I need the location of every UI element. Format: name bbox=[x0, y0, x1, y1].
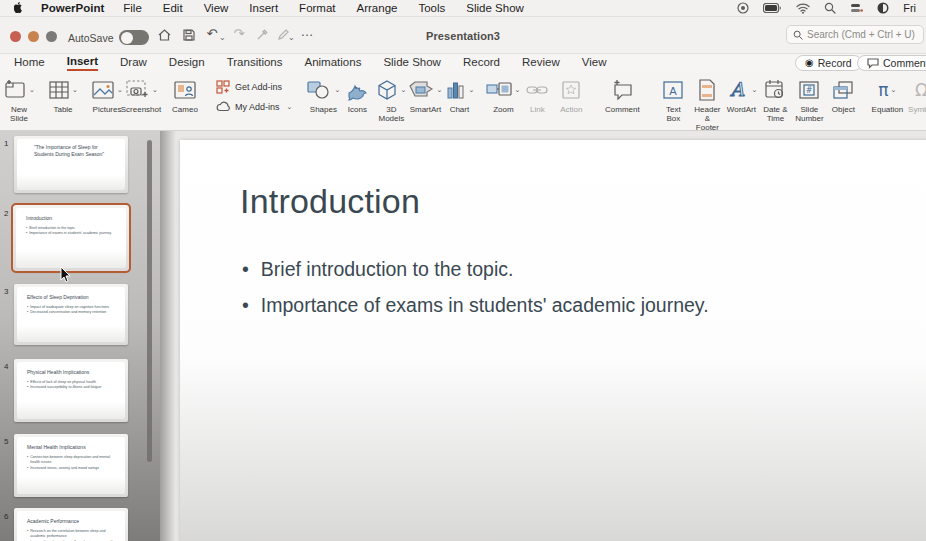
tab-draw[interactable]: Draw bbox=[120, 56, 147, 70]
header-footer-button[interactable]: Header & Footer bbox=[692, 77, 722, 133]
slide-editor[interactable]: Introduction •Brief introduction to the … bbox=[180, 140, 926, 541]
screen-record-status-icon[interactable] bbox=[737, 2, 749, 14]
slide-thumbnail-3[interactable]: Effects of Sleep Deprivation •Impact of … bbox=[14, 284, 128, 345]
menu-arrange[interactable]: Arrange bbox=[357, 2, 398, 14]
equation-pi-icon: π bbox=[878, 82, 888, 99]
table-button[interactable]: ⌄ Table bbox=[48, 77, 78, 114]
slide-body-text[interactable]: •Brief introduction to the topic. •Impor… bbox=[242, 258, 709, 330]
link-button[interactable]: Link bbox=[522, 77, 552, 114]
tab-review[interactable]: Review bbox=[522, 56, 560, 70]
equation-button[interactable]: π ⌄ Equation bbox=[872, 77, 902, 114]
tab-record[interactable]: Record bbox=[463, 56, 500, 70]
wordart-label: WordArt bbox=[727, 105, 756, 114]
menubar-clock[interactable]: Fri bbox=[903, 2, 916, 14]
macos-menubar: PowerPoint File Edit View Insert Format … bbox=[0, 0, 926, 17]
menu-view[interactable]: View bbox=[204, 2, 229, 14]
wifi-icon[interactable] bbox=[796, 3, 810, 14]
zoom-slides-icon bbox=[486, 81, 512, 99]
search-input[interactable]: Search (Cmd + Ctrl + U) bbox=[786, 25, 924, 44]
table-icon bbox=[48, 80, 70, 100]
slide-number-6: 6 bbox=[4, 512, 8, 521]
thumbnail-slide-content: Mental Health Implications •Connection b… bbox=[17, 437, 125, 494]
menu-format[interactable]: Format bbox=[299, 2, 335, 14]
search-icon bbox=[793, 30, 803, 40]
smartart-icon bbox=[408, 80, 434, 100]
get-addins-icon bbox=[216, 80, 230, 94]
tab-design[interactable]: Design bbox=[169, 56, 205, 70]
comment-button[interactable]: Comment bbox=[600, 77, 644, 114]
chevron-down-icon: ⌄ bbox=[117, 86, 123, 94]
menu-slide-show[interactable]: Slide Show bbox=[466, 2, 524, 14]
smartart-button[interactable]: ⌄ SmartArt bbox=[410, 77, 440, 114]
smartart-label: SmartArt bbox=[410, 105, 442, 114]
new-slide-button[interactable]: ⌄ New Slide bbox=[4, 77, 34, 123]
symbol-label: Symbol bbox=[908, 105, 926, 114]
get-addins-button[interactable]: Get Add-ins bbox=[216, 80, 292, 94]
tab-home[interactable]: Home bbox=[14, 56, 45, 70]
symbol-omega-icon: Ω bbox=[915, 82, 926, 99]
slide-title[interactable]: Introduction bbox=[240, 182, 420, 221]
chevron-down-icon: ⌄ bbox=[436, 86, 442, 94]
control-center-icon[interactable] bbox=[877, 2, 889, 14]
bullet-glyph: • bbox=[27, 385, 28, 390]
chart-label: Chart bbox=[450, 105, 470, 114]
tab-transitions[interactable]: Transitions bbox=[227, 56, 283, 70]
icons-button[interactable]: Icons bbox=[342, 77, 372, 114]
menu-insert[interactable]: Insert bbox=[249, 2, 278, 14]
my-addins-button[interactable]: My Add-ins ⌄ bbox=[216, 101, 292, 112]
addins-group: Get Add-ins My Add-ins ⌄ bbox=[216, 80, 292, 112]
date-time-button[interactable]: Date & Time bbox=[760, 77, 790, 123]
chevron-down-icon: ⌄ bbox=[72, 86, 78, 94]
shapes-icon bbox=[306, 79, 332, 101]
record-button[interactable]: ◉ Record bbox=[795, 55, 862, 71]
thumb-bullet: Increased susceptibility to illness and … bbox=[30, 385, 101, 390]
slide-thumbnail-4[interactable]: Physical Health Implications •Effects of… bbox=[14, 359, 128, 422]
thumb-title: Mental Health Implications bbox=[17, 437, 125, 451]
menu-powerpoint[interactable]: PowerPoint bbox=[41, 2, 104, 14]
3d-models-button[interactable]: ⌄ 3D Models bbox=[376, 77, 406, 123]
symbol-button[interactable]: Ω Symbol bbox=[906, 77, 926, 114]
slide-thumbnail-2[interactable]: Introduction •Brief introduction to the … bbox=[13, 205, 129, 271]
chart-button[interactable]: ⌄ Chart bbox=[444, 77, 474, 114]
slide-number-button[interactable]: # Slide Number bbox=[794, 77, 824, 123]
text-box-icon: A bbox=[662, 80, 684, 100]
wordart-button[interactable]: A ⌄ WordArt bbox=[726, 77, 756, 114]
tab-animations[interactable]: Animations bbox=[305, 56, 362, 70]
user-switch-icon[interactable] bbox=[850, 3, 863, 14]
battery-icon[interactable] bbox=[763, 3, 782, 13]
cameo-button[interactable]: Cameo bbox=[170, 77, 200, 114]
thumb-bullet: Importance of exams in students' academi… bbox=[29, 231, 112, 236]
menu-edit[interactable]: Edit bbox=[163, 2, 183, 14]
slide-thumbnail-5[interactable]: Mental Health Implications •Connection b… bbox=[14, 434, 128, 497]
slide-number-2: 2 bbox=[4, 209, 8, 218]
text-box-button[interactable]: A Text Box bbox=[658, 77, 688, 123]
slide-thumbnail-6[interactable]: Academic Performance •Research on the co… bbox=[14, 508, 128, 541]
slide-thumbnail-1[interactable]: "The Importance of Sleep for Students Du… bbox=[14, 136, 128, 193]
bullet-glyph: • bbox=[27, 455, 28, 466]
menu-file[interactable]: File bbox=[123, 2, 142, 14]
date-time-label: Date & Time bbox=[760, 105, 790, 123]
object-button[interactable]: Object bbox=[828, 77, 858, 114]
new-comment-icon bbox=[610, 79, 634, 101]
my-addins-icon bbox=[216, 101, 230, 112]
slide-number-icon: # bbox=[798, 80, 820, 100]
3d-models-label: 3D Models bbox=[376, 105, 406, 123]
thumb-bullet: Increased stress, anxiety and mood swing… bbox=[30, 466, 99, 471]
action-button[interactable]: Action bbox=[556, 77, 586, 114]
thumbnail-scrollbar[interactable] bbox=[147, 140, 152, 462]
pictures-button[interactable]: ⌄ Pictures bbox=[92, 77, 122, 114]
spotlight-search-icon[interactable] bbox=[824, 2, 836, 14]
comments-button[interactable]: Comments bbox=[857, 55, 926, 71]
apple-logo-icon[interactable] bbox=[14, 2, 25, 15]
comment-label: Comment bbox=[605, 105, 640, 114]
shapes-button[interactable]: ⌄ Shapes bbox=[308, 77, 338, 114]
thumb-title: Academic Performance bbox=[17, 511, 125, 525]
thumb-bullet: Decreased concentration and memory reten… bbox=[30, 310, 106, 315]
bullet-glyph: • bbox=[26, 231, 27, 236]
menu-tools[interactable]: Tools bbox=[418, 2, 445, 14]
screenshot-button[interactable]: ⌄ Screenshot bbox=[126, 77, 156, 114]
tab-insert[interactable]: Insert bbox=[67, 55, 98, 71]
tab-slide-show[interactable]: Slide Show bbox=[383, 56, 441, 70]
tab-view[interactable]: View bbox=[582, 56, 607, 70]
zoom-button[interactable]: ⌄ Zoom bbox=[488, 77, 518, 114]
